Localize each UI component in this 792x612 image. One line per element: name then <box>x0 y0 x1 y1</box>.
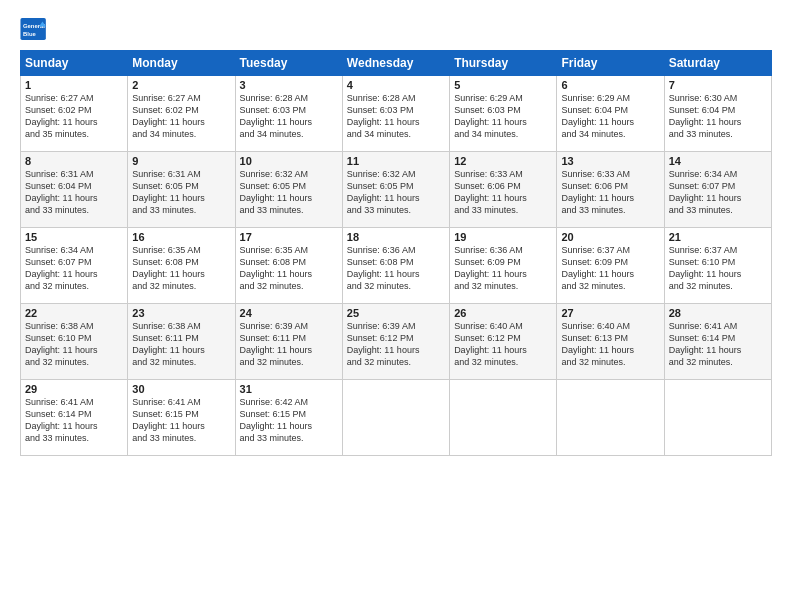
calendar-day-cell: 31Sunrise: 6:42 AM Sunset: 6:15 PM Dayli… <box>235 380 342 456</box>
calendar-day-cell: 18Sunrise: 6:36 AM Sunset: 6:08 PM Dayli… <box>342 228 449 304</box>
day-number: 13 <box>561 155 659 167</box>
calendar-page: General Blue SundayMondayTuesdayWednesda… <box>0 0 792 612</box>
day-number: 31 <box>240 383 338 395</box>
day-number: 18 <box>347 231 445 243</box>
calendar-week-row: 15Sunrise: 6:34 AM Sunset: 6:07 PM Dayli… <box>21 228 772 304</box>
day-number: 9 <box>132 155 230 167</box>
day-info: Sunrise: 6:35 AM Sunset: 6:08 PM Dayligh… <box>240 244 338 293</box>
calendar-day-cell: 15Sunrise: 6:34 AM Sunset: 6:07 PM Dayli… <box>21 228 128 304</box>
day-number: 25 <box>347 307 445 319</box>
day-info: Sunrise: 6:31 AM Sunset: 6:05 PM Dayligh… <box>132 168 230 217</box>
day-number: 21 <box>669 231 767 243</box>
day-number: 2 <box>132 79 230 91</box>
calendar-day-cell <box>342 380 449 456</box>
calendar-day-cell: 10Sunrise: 6:32 AM Sunset: 6:05 PM Dayli… <box>235 152 342 228</box>
day-number: 5 <box>454 79 552 91</box>
calendar-day-cell: 1Sunrise: 6:27 AM Sunset: 6:02 PM Daylig… <box>21 76 128 152</box>
logo: General Blue <box>20 18 52 40</box>
day-info: Sunrise: 6:29 AM Sunset: 6:04 PM Dayligh… <box>561 92 659 141</box>
day-info: Sunrise: 6:41 AM Sunset: 6:15 PM Dayligh… <box>132 396 230 445</box>
day-number: 8 <box>25 155 123 167</box>
day-info: Sunrise: 6:41 AM Sunset: 6:14 PM Dayligh… <box>25 396 123 445</box>
day-info: Sunrise: 6:34 AM Sunset: 6:07 PM Dayligh… <box>669 168 767 217</box>
day-info: Sunrise: 6:37 AM Sunset: 6:09 PM Dayligh… <box>561 244 659 293</box>
calendar-day-cell: 29Sunrise: 6:41 AM Sunset: 6:14 PM Dayli… <box>21 380 128 456</box>
calendar-day-cell: 23Sunrise: 6:38 AM Sunset: 6:11 PM Dayli… <box>128 304 235 380</box>
day-info: Sunrise: 6:36 AM Sunset: 6:08 PM Dayligh… <box>347 244 445 293</box>
day-number: 29 <box>25 383 123 395</box>
day-number: 26 <box>454 307 552 319</box>
calendar-day-cell: 22Sunrise: 6:38 AM Sunset: 6:10 PM Dayli… <box>21 304 128 380</box>
day-info: Sunrise: 6:39 AM Sunset: 6:12 PM Dayligh… <box>347 320 445 369</box>
calendar-day-cell: 5Sunrise: 6:29 AM Sunset: 6:03 PM Daylig… <box>450 76 557 152</box>
day-info: Sunrise: 6:30 AM Sunset: 6:04 PM Dayligh… <box>669 92 767 141</box>
calendar-day-cell: 12Sunrise: 6:33 AM Sunset: 6:06 PM Dayli… <box>450 152 557 228</box>
calendar-day-cell: 3Sunrise: 6:28 AM Sunset: 6:03 PM Daylig… <box>235 76 342 152</box>
day-number: 12 <box>454 155 552 167</box>
calendar-header-row: SundayMondayTuesdayWednesdayThursdayFrid… <box>21 51 772 76</box>
calendar-day-cell: 21Sunrise: 6:37 AM Sunset: 6:10 PM Dayli… <box>664 228 771 304</box>
calendar-day-cell: 24Sunrise: 6:39 AM Sunset: 6:11 PM Dayli… <box>235 304 342 380</box>
calendar-day-cell: 4Sunrise: 6:28 AM Sunset: 6:03 PM Daylig… <box>342 76 449 152</box>
calendar-day-cell: 17Sunrise: 6:35 AM Sunset: 6:08 PM Dayli… <box>235 228 342 304</box>
calendar-day-cell: 6Sunrise: 6:29 AM Sunset: 6:04 PM Daylig… <box>557 76 664 152</box>
day-info: Sunrise: 6:39 AM Sunset: 6:11 PM Dayligh… <box>240 320 338 369</box>
calendar-day-cell: 25Sunrise: 6:39 AM Sunset: 6:12 PM Dayli… <box>342 304 449 380</box>
day-info: Sunrise: 6:28 AM Sunset: 6:03 PM Dayligh… <box>347 92 445 141</box>
day-number: 1 <box>25 79 123 91</box>
day-info: Sunrise: 6:41 AM Sunset: 6:14 PM Dayligh… <box>669 320 767 369</box>
day-info: Sunrise: 6:37 AM Sunset: 6:10 PM Dayligh… <box>669 244 767 293</box>
calendar-day-cell <box>664 380 771 456</box>
day-number: 22 <box>25 307 123 319</box>
calendar-header-cell: Tuesday <box>235 51 342 76</box>
calendar-day-cell: 30Sunrise: 6:41 AM Sunset: 6:15 PM Dayli… <box>128 380 235 456</box>
calendar-day-cell: 19Sunrise: 6:36 AM Sunset: 6:09 PM Dayli… <box>450 228 557 304</box>
calendar-header-cell: Sunday <box>21 51 128 76</box>
calendar-header-cell: Friday <box>557 51 664 76</box>
day-number: 11 <box>347 155 445 167</box>
day-info: Sunrise: 6:38 AM Sunset: 6:10 PM Dayligh… <box>25 320 123 369</box>
day-info: Sunrise: 6:38 AM Sunset: 6:11 PM Dayligh… <box>132 320 230 369</box>
calendar-header-cell: Monday <box>128 51 235 76</box>
day-number: 24 <box>240 307 338 319</box>
calendar-week-row: 8Sunrise: 6:31 AM Sunset: 6:04 PM Daylig… <box>21 152 772 228</box>
day-info: Sunrise: 6:40 AM Sunset: 6:12 PM Dayligh… <box>454 320 552 369</box>
day-info: Sunrise: 6:34 AM Sunset: 6:07 PM Dayligh… <box>25 244 123 293</box>
calendar-day-cell: 9Sunrise: 6:31 AM Sunset: 6:05 PM Daylig… <box>128 152 235 228</box>
calendar-week-row: 29Sunrise: 6:41 AM Sunset: 6:14 PM Dayli… <box>21 380 772 456</box>
calendar-day-cell <box>557 380 664 456</box>
header: General Blue <box>20 18 772 40</box>
calendar-day-cell: 13Sunrise: 6:33 AM Sunset: 6:06 PM Dayli… <box>557 152 664 228</box>
calendar-week-row: 1Sunrise: 6:27 AM Sunset: 6:02 PM Daylig… <box>21 76 772 152</box>
calendar-day-cell: 16Sunrise: 6:35 AM Sunset: 6:08 PM Dayli… <box>128 228 235 304</box>
day-number: 6 <box>561 79 659 91</box>
calendar-header-cell: Wednesday <box>342 51 449 76</box>
logo-icon: General Blue <box>20 18 48 40</box>
day-number: 10 <box>240 155 338 167</box>
calendar-table: SundayMondayTuesdayWednesdayThursdayFrid… <box>20 50 772 456</box>
calendar-day-cell: 28Sunrise: 6:41 AM Sunset: 6:14 PM Dayli… <box>664 304 771 380</box>
day-info: Sunrise: 6:33 AM Sunset: 6:06 PM Dayligh… <box>454 168 552 217</box>
day-info: Sunrise: 6:29 AM Sunset: 6:03 PM Dayligh… <box>454 92 552 141</box>
day-number: 17 <box>240 231 338 243</box>
day-info: Sunrise: 6:27 AM Sunset: 6:02 PM Dayligh… <box>132 92 230 141</box>
day-info: Sunrise: 6:32 AM Sunset: 6:05 PM Dayligh… <box>240 168 338 217</box>
day-number: 15 <box>25 231 123 243</box>
day-info: Sunrise: 6:42 AM Sunset: 6:15 PM Dayligh… <box>240 396 338 445</box>
calendar-day-cell: 7Sunrise: 6:30 AM Sunset: 6:04 PM Daylig… <box>664 76 771 152</box>
calendar-week-row: 22Sunrise: 6:38 AM Sunset: 6:10 PM Dayli… <box>21 304 772 380</box>
calendar-day-cell: 8Sunrise: 6:31 AM Sunset: 6:04 PM Daylig… <box>21 152 128 228</box>
day-number: 3 <box>240 79 338 91</box>
calendar-day-cell: 26Sunrise: 6:40 AM Sunset: 6:12 PM Dayli… <box>450 304 557 380</box>
day-info: Sunrise: 6:27 AM Sunset: 6:02 PM Dayligh… <box>25 92 123 141</box>
day-number: 30 <box>132 383 230 395</box>
calendar-header-cell: Thursday <box>450 51 557 76</box>
day-number: 20 <box>561 231 659 243</box>
calendar-day-cell: 27Sunrise: 6:40 AM Sunset: 6:13 PM Dayli… <box>557 304 664 380</box>
calendar-day-cell: 14Sunrise: 6:34 AM Sunset: 6:07 PM Dayli… <box>664 152 771 228</box>
day-info: Sunrise: 6:31 AM Sunset: 6:04 PM Dayligh… <box>25 168 123 217</box>
day-number: 19 <box>454 231 552 243</box>
calendar-day-cell: 2Sunrise: 6:27 AM Sunset: 6:02 PM Daylig… <box>128 76 235 152</box>
calendar-day-cell <box>450 380 557 456</box>
day-info: Sunrise: 6:36 AM Sunset: 6:09 PM Dayligh… <box>454 244 552 293</box>
